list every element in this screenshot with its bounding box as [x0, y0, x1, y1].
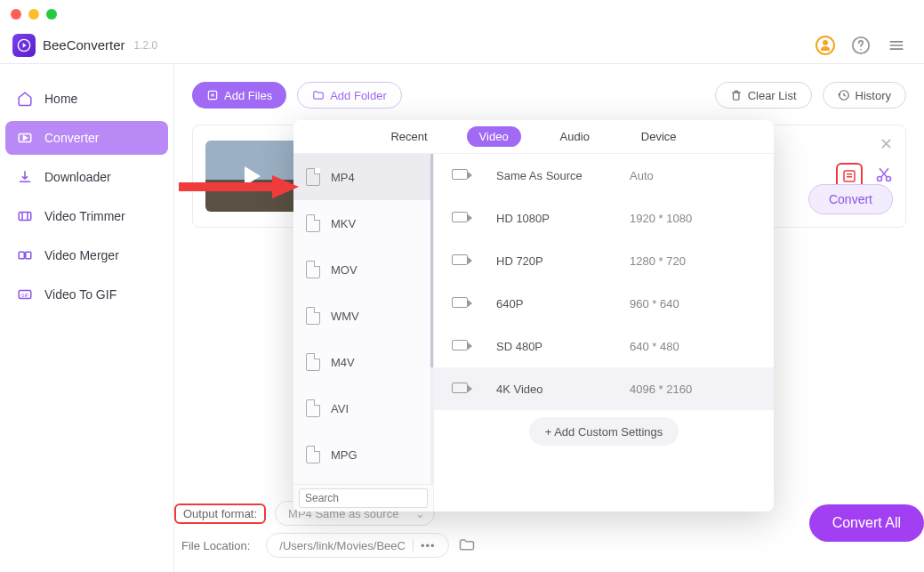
sidebar-item-home[interactable]: Home	[5, 82, 168, 116]
resolution-dim: 640 * 480	[630, 340, 679, 353]
format-item-mov[interactable]: MOV	[293, 246, 430, 293]
format-item-mp4[interactable]: MP4	[293, 154, 430, 200]
menu-icon[interactable]	[881, 30, 912, 60]
resolution-list: Same As SourceAuto HD 1080P1920 * 1080 H…	[434, 154, 774, 512]
resolution-item[interactable]: 4K Video4096 * 2160	[434, 367, 774, 410]
convert-all-button[interactable]: Convert All	[809, 504, 924, 542]
file-icon	[306, 261, 320, 278]
camera-icon	[452, 212, 468, 222]
sidebar-item-gif[interactable]: GIF Video To GIF	[5, 278, 168, 311]
resolution-item[interactable]: Same As SourceAuto	[434, 154, 774, 197]
tab-video[interactable]: Video	[467, 126, 521, 147]
svg-line-24	[880, 168, 887, 177]
resolution-name: 640P	[496, 297, 630, 310]
maximize-window-icon[interactable]	[46, 9, 57, 20]
sidebar-item-label: Video Merger	[44, 248, 119, 262]
format-label: MOV	[331, 263, 358, 277]
resolution-item[interactable]: HD 1080P1920 * 1080	[434, 197, 774, 239]
resolution-name: Same As Source	[496, 169, 630, 182]
history-button[interactable]: History	[823, 82, 906, 109]
resolution-name: SD 480P	[496, 340, 630, 353]
sidebar-item-label: Converter	[44, 131, 99, 145]
app-title: BeeConverter	[43, 37, 125, 52]
convert-button[interactable]: Convert	[808, 184, 893, 214]
sidebar-item-converter[interactable]: Converter	[5, 121, 168, 155]
minimize-window-icon[interactable]	[28, 9, 39, 20]
add-files-button[interactable]: Add Files	[192, 82, 286, 109]
camera-icon	[452, 383, 468, 393]
camera-icon	[452, 340, 468, 350]
camera-icon	[452, 297, 468, 308]
popup-tabs: Recent Video Audio Device	[293, 120, 774, 154]
svg-rect-8	[19, 213, 31, 221]
format-label: MP4	[331, 171, 355, 184]
more-dots-icon[interactable]: •••	[413, 539, 436, 552]
add-folder-button[interactable]: Add Folder	[297, 82, 402, 109]
clear-list-button[interactable]: Clear List	[715, 82, 812, 109]
file-icon	[306, 168, 320, 186]
close-icon[interactable]: ✕	[880, 134, 893, 154]
scrollbar-thumb[interactable]	[430, 154, 433, 367]
output-format-label: Output format:	[174, 504, 266, 524]
resolution-name: 4K Video	[496, 383, 630, 396]
sidebar-item-downloader[interactable]: Downloader	[5, 160, 168, 194]
open-folder-icon[interactable]	[458, 536, 476, 556]
format-item-m4v[interactable]: M4V	[293, 339, 430, 385]
svg-line-23	[881, 168, 888, 177]
file-location-box[interactable]: /Users/link/Movies/BeeC •••	[266, 533, 448, 558]
tab-recent[interactable]: Recent	[378, 126, 439, 147]
file-icon	[306, 353, 320, 371]
resolution-dim: 960 * 640	[630, 297, 679, 310]
app-header: BeeConverter 1.2.0	[0, 27, 924, 64]
resolution-name: HD 1080P	[496, 212, 630, 225]
format-label: AVI	[331, 402, 349, 415]
add-custom-settings-button[interactable]: + Add Custom Settings	[529, 417, 679, 446]
resolution-dim: Auto	[630, 169, 654, 182]
video-thumbnail[interactable]	[205, 141, 300, 212]
button-label: Convert	[829, 192, 872, 206]
format-popup: Recent Video Audio Device MP4 MKV MOV WM…	[293, 120, 774, 512]
trimmer-icon	[16, 207, 34, 225]
format-item-mpg[interactable]: MPG	[293, 431, 430, 478]
format-list: MP4 MKV MOV WMV M4V AVI MPG	[293, 154, 434, 512]
account-icon[interactable]	[810, 30, 840, 60]
format-search-input[interactable]	[299, 488, 428, 508]
resolution-item[interactable]: SD 480P640 * 480	[434, 325, 774, 367]
format-label: M4V	[331, 356, 355, 369]
sidebar-item-label: Video To GIF	[44, 287, 117, 302]
button-label: Add Files	[224, 89, 272, 102]
resolution-dim: 1280 * 720	[630, 254, 686, 268]
resolution-item[interactable]: HD 720P1280 * 720	[434, 239, 774, 282]
sidebar-item-label: Downloader	[44, 170, 111, 184]
svg-rect-12	[26, 252, 31, 259]
format-item-mkv[interactable]: MKV	[293, 200, 430, 246]
format-item-avi[interactable]: AVI	[293, 385, 430, 431]
format-label: MKV	[331, 217, 356, 230]
close-window-icon[interactable]	[11, 9, 21, 20]
merger-icon	[16, 246, 34, 264]
app-version: 1.2.0	[134, 39, 158, 52]
app-logo-icon	[12, 34, 36, 57]
help-icon[interactable]	[846, 30, 876, 60]
format-item-wmv[interactable]: WMV	[293, 293, 430, 339]
button-label: Convert All	[832, 515, 901, 531]
sidebar-item-trimmer[interactable]: Video Trimmer	[5, 199, 168, 233]
sidebar-item-merger[interactable]: Video Merger	[5, 238, 168, 272]
tab-audio[interactable]: Audio	[548, 126, 602, 147]
file-icon	[306, 399, 320, 417]
svg-rect-11	[19, 252, 24, 259]
button-label: Clear List	[748, 89, 797, 102]
resolution-item[interactable]: 640P960 * 640	[434, 282, 774, 325]
toolbar: Add Files Add Folder Clear List History	[192, 82, 906, 109]
download-icon	[16, 168, 34, 186]
sidebar: Home Converter Downloader Video Trimmer …	[0, 64, 174, 572]
converter-icon	[16, 129, 34, 147]
resolution-dim: 4096 * 2160	[630, 383, 692, 396]
format-label: MPG	[331, 448, 358, 462]
tab-device[interactable]: Device	[629, 126, 689, 147]
home-icon	[16, 90, 34, 108]
window-controls	[11, 9, 57, 20]
gif-icon: GIF	[16, 286, 34, 303]
file-location-value: /Users/link/Movies/BeeC	[279, 539, 406, 552]
svg-text:GIF: GIF	[21, 293, 29, 298]
